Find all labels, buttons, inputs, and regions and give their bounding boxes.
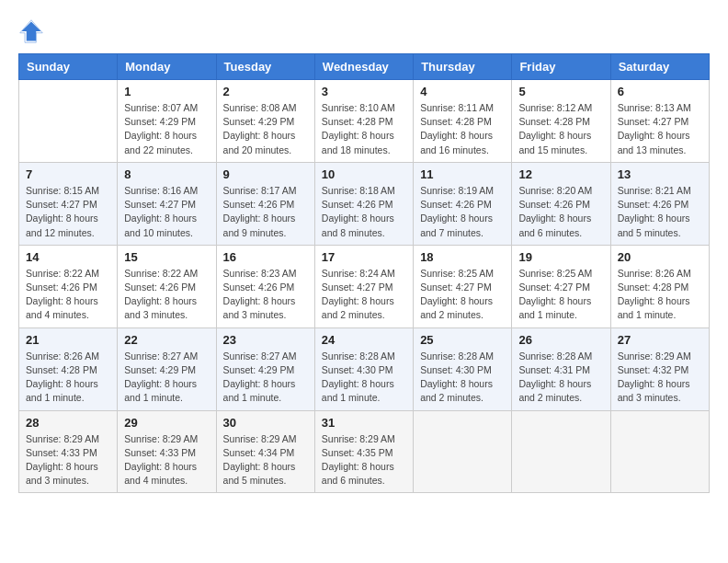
day-number: 16 — [223, 250, 308, 264]
day-info: Sunrise: 8:25 AMSunset: 4:27 PMDaylight:… — [518, 267, 603, 323]
day-info: Sunrise: 8:29 AMSunset: 4:35 PMDaylight:… — [322, 432, 406, 488]
day-info: Sunrise: 8:26 AMSunset: 4:28 PMDaylight:… — [26, 350, 110, 406]
day-info: Sunrise: 8:10 AMSunset: 4:28 PMDaylight:… — [322, 101, 406, 157]
calendar-cell: 22Sunrise: 8:27 AMSunset: 4:29 PMDayligh… — [118, 327, 216, 410]
calendar-week-row: 14Sunrise: 8:22 AMSunset: 4:26 PMDayligh… — [19, 245, 710, 327]
calendar-cell: 17Sunrise: 8:24 AMSunset: 4:27 PMDayligh… — [314, 245, 413, 327]
weekday-header-thursday: Thursday — [414, 54, 512, 80]
day-number: 1 — [124, 85, 209, 98]
svg-marker-0 — [22, 22, 41, 41]
calendar-cell: 8Sunrise: 8:16 AMSunset: 4:27 PMDaylight… — [118, 162, 216, 245]
day-number: 6 — [618, 85, 702, 98]
calendar-week-row: 28Sunrise: 8:29 AMSunset: 4:33 PMDayligh… — [19, 410, 710, 493]
page-header — [18, 18, 710, 44]
calendar-cell: 27Sunrise: 8:29 AMSunset: 4:32 PMDayligh… — [610, 327, 709, 410]
calendar-cell: 26Sunrise: 8:28 AMSunset: 4:31 PMDayligh… — [512, 327, 610, 410]
day-number: 15 — [124, 250, 209, 264]
weekday-header-row: SundayMondayTuesdayWednesdayThursdayFrid… — [19, 54, 710, 80]
calendar-cell: 11Sunrise: 8:19 AMSunset: 4:26 PMDayligh… — [414, 162, 512, 245]
day-number: 2 — [223, 85, 308, 98]
calendar-cell: 4Sunrise: 8:11 AMSunset: 4:28 PMDaylight… — [414, 80, 512, 163]
day-info: Sunrise: 8:26 AMSunset: 4:28 PMDaylight:… — [618, 267, 702, 323]
day-number: 7 — [26, 167, 110, 181]
day-info: Sunrise: 8:19 AMSunset: 4:26 PMDaylight:… — [420, 184, 505, 240]
day-number: 20 — [618, 250, 702, 264]
calendar-cell: 6Sunrise: 8:13 AMSunset: 4:27 PMDaylight… — [610, 80, 709, 163]
day-number: 25 — [420, 333, 505, 347]
calendar-cell — [414, 410, 512, 493]
day-info: Sunrise: 8:23 AMSunset: 4:26 PMDaylight:… — [223, 267, 308, 323]
day-number: 24 — [322, 333, 406, 347]
day-number: 8 — [124, 167, 209, 181]
calendar-cell: 29Sunrise: 8:29 AMSunset: 4:33 PMDayligh… — [118, 410, 216, 493]
calendar-cell: 25Sunrise: 8:28 AMSunset: 4:30 PMDayligh… — [414, 327, 512, 410]
calendar-week-row: 21Sunrise: 8:26 AMSunset: 4:28 PMDayligh… — [19, 327, 710, 410]
day-info: Sunrise: 8:22 AMSunset: 4:26 PMDaylight:… — [26, 267, 110, 323]
calendar-cell — [610, 410, 709, 493]
day-info: Sunrise: 8:25 AMSunset: 4:27 PMDaylight:… — [420, 267, 505, 323]
day-number: 23 — [223, 333, 308, 347]
calendar-week-row: 1Sunrise: 8:07 AMSunset: 4:29 PMDaylight… — [19, 80, 710, 163]
day-info: Sunrise: 8:18 AMSunset: 4:26 PMDaylight:… — [322, 184, 406, 240]
calendar-cell: 28Sunrise: 8:29 AMSunset: 4:33 PMDayligh… — [19, 410, 118, 493]
calendar-cell: 15Sunrise: 8:22 AMSunset: 4:26 PMDayligh… — [118, 245, 216, 327]
day-info: Sunrise: 8:22 AMSunset: 4:26 PMDaylight:… — [124, 267, 209, 323]
day-number: 5 — [518, 85, 603, 98]
day-info: Sunrise: 8:24 AMSunset: 4:27 PMDaylight:… — [322, 267, 406, 323]
calendar-cell: 5Sunrise: 8:12 AMSunset: 4:28 PMDaylight… — [512, 80, 610, 163]
day-number: 22 — [124, 333, 209, 347]
day-info: Sunrise: 8:29 AMSunset: 4:33 PMDaylight:… — [124, 432, 209, 488]
calendar-week-row: 7Sunrise: 8:15 AMSunset: 4:27 PMDaylight… — [19, 162, 710, 245]
day-info: Sunrise: 8:07 AMSunset: 4:29 PMDaylight:… — [124, 101, 209, 157]
calendar-cell: 19Sunrise: 8:25 AMSunset: 4:27 PMDayligh… — [512, 245, 610, 327]
day-number: 3 — [322, 85, 406, 98]
day-number: 14 — [26, 250, 110, 264]
weekday-header-sunday: Sunday — [19, 54, 118, 80]
day-info: Sunrise: 8:20 AMSunset: 4:26 PMDaylight:… — [518, 184, 603, 240]
day-number: 13 — [618, 167, 702, 181]
calendar-cell: 1Sunrise: 8:07 AMSunset: 4:29 PMDaylight… — [118, 80, 216, 163]
day-number: 26 — [518, 333, 603, 347]
day-number: 17 — [322, 250, 406, 264]
day-info: Sunrise: 8:17 AMSunset: 4:26 PMDaylight:… — [223, 184, 308, 240]
weekday-header-wednesday: Wednesday — [314, 54, 413, 80]
calendar-cell: 2Sunrise: 8:08 AMSunset: 4:29 PMDaylight… — [216, 80, 314, 163]
calendar-cell: 10Sunrise: 8:18 AMSunset: 4:26 PMDayligh… — [314, 162, 413, 245]
logo-icon — [18, 18, 44, 44]
day-info: Sunrise: 8:11 AMSunset: 4:28 PMDaylight:… — [420, 101, 505, 157]
calendar-cell: 16Sunrise: 8:23 AMSunset: 4:26 PMDayligh… — [216, 245, 314, 327]
calendar-cell: 3Sunrise: 8:10 AMSunset: 4:28 PMDaylight… — [314, 80, 413, 163]
calendar-cell: 9Sunrise: 8:17 AMSunset: 4:26 PMDaylight… — [216, 162, 314, 245]
day-number: 27 — [618, 333, 702, 347]
day-number: 31 — [322, 416, 406, 430]
day-number: 29 — [124, 416, 209, 430]
day-number: 4 — [420, 85, 505, 98]
day-number: 28 — [26, 416, 110, 430]
calendar-cell — [19, 80, 118, 163]
day-info: Sunrise: 8:29 AMSunset: 4:34 PMDaylight:… — [223, 432, 308, 488]
calendar-cell: 31Sunrise: 8:29 AMSunset: 4:35 PMDayligh… — [314, 410, 413, 493]
calendar-cell: 20Sunrise: 8:26 AMSunset: 4:28 PMDayligh… — [610, 245, 709, 327]
weekday-header-friday: Friday — [512, 54, 610, 80]
day-number: 12 — [518, 167, 603, 181]
day-info: Sunrise: 8:21 AMSunset: 4:26 PMDaylight:… — [618, 184, 702, 240]
day-info: Sunrise: 8:29 AMSunset: 4:32 PMDaylight:… — [618, 350, 702, 406]
day-info: Sunrise: 8:27 AMSunset: 4:29 PMDaylight:… — [124, 350, 209, 406]
day-info: Sunrise: 8:15 AMSunset: 4:27 PMDaylight:… — [26, 184, 110, 240]
weekday-header-tuesday: Tuesday — [216, 54, 314, 80]
day-info: Sunrise: 8:16 AMSunset: 4:27 PMDaylight:… — [124, 184, 209, 240]
day-info: Sunrise: 8:08 AMSunset: 4:29 PMDaylight:… — [223, 101, 308, 157]
calendar-cell: 18Sunrise: 8:25 AMSunset: 4:27 PMDayligh… — [414, 245, 512, 327]
weekday-header-monday: Monday — [118, 54, 216, 80]
calendar-cell: 7Sunrise: 8:15 AMSunset: 4:27 PMDaylight… — [19, 162, 118, 245]
calendar-cell: 13Sunrise: 8:21 AMSunset: 4:26 PMDayligh… — [610, 162, 709, 245]
calendar-cell — [512, 410, 610, 493]
weekday-header-saturday: Saturday — [610, 54, 709, 80]
calendar-cell: 14Sunrise: 8:22 AMSunset: 4:26 PMDayligh… — [19, 245, 118, 327]
day-number: 19 — [518, 250, 603, 264]
day-info: Sunrise: 8:12 AMSunset: 4:28 PMDaylight:… — [518, 101, 603, 157]
calendar-cell: 24Sunrise: 8:28 AMSunset: 4:30 PMDayligh… — [314, 327, 413, 410]
calendar-cell: 23Sunrise: 8:27 AMSunset: 4:29 PMDayligh… — [216, 327, 314, 410]
calendar-cell: 21Sunrise: 8:26 AMSunset: 4:28 PMDayligh… — [19, 327, 118, 410]
logo — [18, 18, 48, 44]
